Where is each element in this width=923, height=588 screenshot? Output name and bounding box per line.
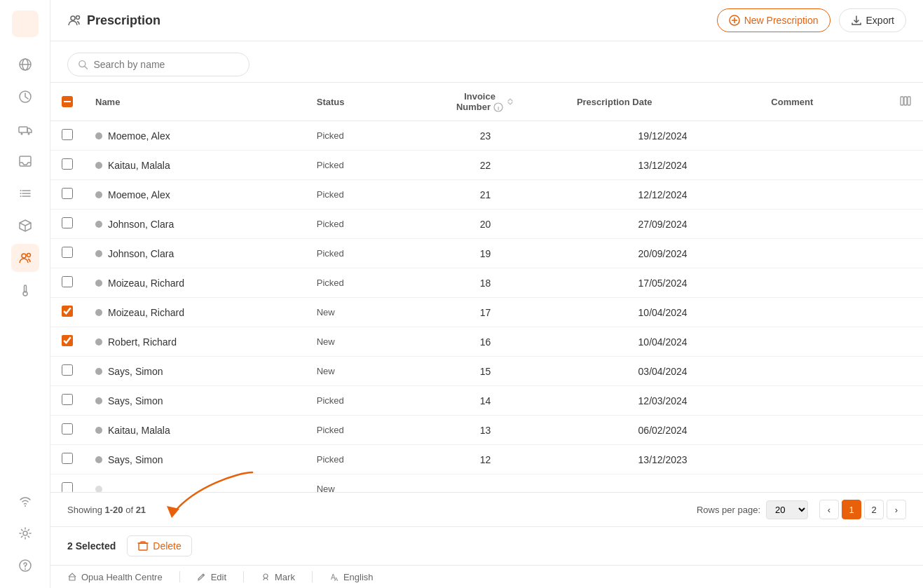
row-checkbox[interactable] bbox=[62, 158, 73, 170]
row-name-cell: Johnson, Clara bbox=[84, 210, 306, 239]
row-checkbox[interactable] bbox=[62, 453, 73, 464]
patient-name: Moemoe, Alex bbox=[108, 130, 170, 142]
status-dot bbox=[95, 368, 102, 375]
row-checkbox[interactable] bbox=[62, 394, 73, 405]
export-button[interactable]: Export bbox=[839, 8, 906, 32]
edit-item[interactable]: Edit bbox=[197, 572, 226, 582]
sidebar-item-globe[interactable] bbox=[11, 50, 39, 78]
sidebar-item-settings[interactable] bbox=[11, 519, 39, 547]
svg-point-45 bbox=[264, 574, 268, 578]
bottom-bar: Opua Health Centre Edit Mark AA English bbox=[50, 565, 923, 588]
row-date-cell: 03/04/2024 bbox=[566, 357, 760, 386]
table-row: Moemoe, Alex Picked 21 12/12/2024 bbox=[50, 180, 923, 210]
row-comment-cell bbox=[760, 180, 888, 210]
row-checkbox-cell[interactable] bbox=[50, 151, 84, 180]
language-item[interactable]: AA English bbox=[329, 572, 374, 582]
search-icon bbox=[78, 59, 88, 70]
sidebar-item-box[interactable] bbox=[11, 212, 39, 240]
row-date-cell: 20/09/2024 bbox=[566, 239, 760, 268]
row-checkbox-cell[interactable] bbox=[50, 121, 84, 151]
page-2-button[interactable]: 2 bbox=[864, 500, 884, 519]
sidebar-item-clock[interactable] bbox=[11, 83, 39, 111]
mark-label: Mark bbox=[275, 572, 295, 582]
sidebar-item-truck[interactable] bbox=[11, 115, 39, 143]
patient-name: Says, Simon bbox=[108, 366, 163, 377]
prescription-icon bbox=[67, 13, 81, 27]
row-checkbox-cell[interactable] bbox=[50, 327, 84, 357]
search-input[interactable] bbox=[93, 59, 239, 70]
svg-rect-36 bbox=[904, 97, 907, 105]
svg-line-32 bbox=[85, 67, 88, 69]
row-invoice-cell: 20 bbox=[405, 210, 566, 239]
row-checkbox[interactable] bbox=[62, 482, 73, 492]
comment-column-header: Comment bbox=[760, 83, 888, 121]
patient-name: Moizeau, Richard bbox=[108, 278, 184, 289]
row-checkbox[interactable] bbox=[62, 423, 73, 435]
sidebar-item-thermometer[interactable] bbox=[11, 276, 39, 304]
next-page-button[interactable]: › bbox=[887, 500, 906, 519]
row-checkbox[interactable] bbox=[62, 217, 73, 228]
mark-item[interactable]: Mark bbox=[261, 572, 295, 582]
table-row: Moemoe, Alex Picked 23 19/12/2024 bbox=[50, 121, 923, 151]
row-extra-cell bbox=[888, 474, 923, 493]
org-name-item[interactable]: Opua Health Centre bbox=[67, 572, 163, 582]
row-invoice-cell: 18 bbox=[405, 268, 566, 298]
patient-name: Kaitau, Malala bbox=[108, 425, 170, 436]
search-wrapper[interactable] bbox=[67, 53, 249, 76]
row-checkbox-cell[interactable] bbox=[50, 298, 84, 327]
sidebar-item-wifi[interactable] bbox=[11, 487, 39, 515]
svg-point-17 bbox=[22, 254, 26, 258]
row-checkbox-cell[interactable] bbox=[50, 210, 84, 239]
svg-point-24 bbox=[25, 568, 26, 570]
sidebar-item-inbox[interactable] bbox=[11, 147, 39, 175]
svg-point-21 bbox=[25, 505, 26, 507]
columns-icon[interactable] bbox=[899, 95, 912, 107]
row-checkbox[interactable] bbox=[62, 129, 73, 140]
svg-rect-37 bbox=[908, 97, 910, 105]
table-row: New bbox=[50, 474, 923, 493]
row-checkbox-cell[interactable] bbox=[50, 416, 84, 445]
row-name-cell: Kaitau, Malala bbox=[84, 416, 306, 445]
row-date-cell: 13/12/2023 bbox=[566, 445, 760, 474]
row-extra-cell bbox=[888, 151, 923, 180]
row-checkbox-cell[interactable] bbox=[50, 268, 84, 298]
patient-name: Says, Simon bbox=[108, 395, 163, 406]
delete-button[interactable]: Delete bbox=[127, 535, 191, 556]
info-icon: i bbox=[493, 102, 503, 112]
sort-icon[interactable] bbox=[506, 97, 514, 106]
sidebar-item-list[interactable] bbox=[11, 179, 39, 207]
row-checkbox-cell[interactable] bbox=[50, 180, 84, 210]
row-status-cell: New bbox=[306, 298, 405, 327]
row-checkbox-cell[interactable] bbox=[50, 445, 84, 474]
search-container bbox=[50, 41, 923, 82]
row-checkbox[interactable] bbox=[62, 364, 73, 376]
row-checkbox-cell[interactable] bbox=[50, 386, 84, 416]
row-extra-cell bbox=[888, 239, 923, 268]
row-checkbox-cell[interactable] bbox=[50, 239, 84, 268]
app-logo[interactable]: 🥊 bbox=[10, 8, 41, 39]
row-checkbox[interactable] bbox=[62, 188, 73, 199]
row-checkbox[interactable] bbox=[62, 276, 73, 287]
row-invoice-cell: 19 bbox=[405, 239, 566, 268]
trash-icon bbox=[137, 540, 149, 552]
page-1-button[interactable]: 1 bbox=[842, 500, 861, 519]
new-prescription-button[interactable]: New Prescription bbox=[717, 8, 830, 32]
row-checkbox[interactable] bbox=[62, 306, 73, 317]
row-checkbox-cell[interactable] bbox=[50, 474, 84, 493]
indeterminate-checkbox[interactable] bbox=[62, 96, 73, 107]
prev-page-button[interactable]: ‹ bbox=[819, 500, 839, 519]
status-dot bbox=[95, 309, 102, 316]
date-column-header[interactable]: Prescription Date bbox=[566, 83, 760, 121]
row-checkbox[interactable] bbox=[62, 335, 73, 346]
row-name-cell: Johnson, Clara bbox=[84, 239, 306, 268]
row-invoice-cell: 14 bbox=[405, 386, 566, 416]
columns-settings[interactable] bbox=[888, 83, 923, 121]
sidebar-item-people[interactable] bbox=[11, 244, 39, 272]
row-checkbox[interactable] bbox=[62, 247, 73, 258]
row-checkbox-cell[interactable] bbox=[50, 357, 84, 386]
status-dot bbox=[95, 132, 102, 139]
rows-per-page-select[interactable]: 20 50 100 bbox=[766, 500, 808, 519]
row-name-cell: Moemoe, Alex bbox=[84, 121, 306, 151]
sidebar-item-help[interactable] bbox=[11, 552, 39, 580]
svg-text:A: A bbox=[334, 576, 339, 582]
